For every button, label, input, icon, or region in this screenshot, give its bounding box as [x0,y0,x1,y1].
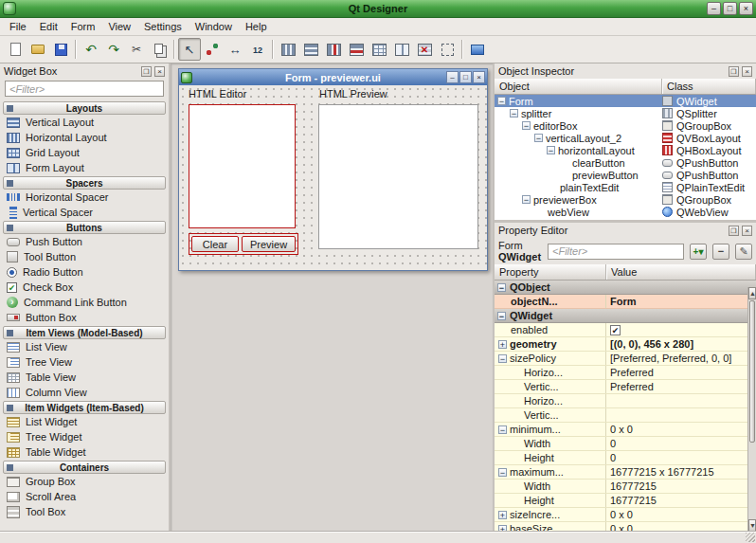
property-row-min-width[interactable]: Width 0 [495,437,756,451]
property-row-geometry[interactable]: geometry [(0, 0), 456 x 280] [495,337,756,352]
redo-icon[interactable] [102,38,125,61]
close-panel-icon[interactable] [742,66,752,77]
property-row-basesize[interactable]: baseSize 0 x 0 [495,522,756,532]
property-row-max-height[interactable]: Height 16777215 [495,494,756,508]
remove-dynamic-property-button[interactable] [712,244,729,260]
scroll-down-icon[interactable] [748,519,756,532]
menu-window[interactable]: Window [189,19,239,34]
widget-item-scroll-area[interactable]: Scroll Area [0,489,169,504]
expander-icon[interactable] [497,312,506,320]
widget-item-tree-view[interactable]: Tree View [0,354,169,370]
widget-item-radio-button[interactable]: Radio Button [0,264,169,280]
expander-icon[interactable] [498,354,507,363]
menu-settings[interactable]: Settings [137,19,189,34]
undo-icon[interactable] [80,38,102,61]
maximize-button[interactable] [723,2,737,15]
property-row-objectname[interactable]: objectN... Form [495,295,756,309]
tree-row-verticallayout2[interactable]: verticalLayout_2 QVBoxLayout [495,132,756,144]
cut-icon[interactable] [125,38,148,61]
form-maximize-button[interactable] [459,71,472,83]
property-row-sizeincrement[interactable]: sizeIncre... 0 x 0 [495,508,756,522]
close-panel-icon[interactable] [154,66,165,77]
preview-icon[interactable] [466,38,489,61]
tree-row-editorbox[interactable]: editorBox QGroupBox [495,119,756,132]
clear-button[interactable]: Clear [191,236,239,252]
configure-property-editor-button[interactable] [735,244,752,260]
form-minimize-button[interactable] [446,71,459,83]
expander-icon[interactable] [534,134,543,142]
widget-item-table-view[interactable]: Table View [0,370,169,385]
property-filter-input[interactable] [548,244,684,260]
property-row-sizepolicy[interactable]: sizePolicy [Preferred, Preferred, 0, 0] [495,352,756,366]
close-button[interactable] [739,2,753,15]
float-panel-icon[interactable] [729,66,739,77]
property-group-qwidget[interactable]: QWidget [495,309,756,323]
layout-grid-icon[interactable] [368,38,390,61]
resize-grip[interactable] [746,533,755,542]
property-row-enabled[interactable]: enabled [495,323,756,337]
column-property[interactable]: Property [495,264,606,280]
tree-row-plaintextedit[interactable]: plainTextEdit QPlainTextEdit [495,181,756,193]
menu-view[interactable]: View [101,19,137,34]
add-dynamic-property-button[interactable] [690,244,707,260]
widget-item-tree-widget[interactable]: Tree Widget [0,429,169,444]
widget-filter-input[interactable] [5,81,164,97]
widget-item-horizontal-spacer[interactable]: Horizontal Spacer [0,190,169,205]
widget-item-grid-layout[interactable]: Grid Layout [0,145,169,160]
widget-item-tool-box[interactable]: Tool Box [0,504,169,519]
widget-item-command-link-button[interactable]: Command Link Button [0,295,169,310]
widget-item-table-widget[interactable]: Table Widget [0,444,169,460]
property-scrollbar[interactable] [747,287,756,532]
widget-item-list-widget[interactable]: List Widget [0,414,169,429]
expander-icon[interactable] [497,283,506,292]
expander-icon[interactable] [510,109,518,118]
expander-icon[interactable] [547,146,555,154]
expander-icon[interactable] [498,425,507,434]
category-item-widgets[interactable]: Item Widgets (Item-Based) [3,401,166,414]
plain-text-edit[interactable] [189,104,296,228]
menu-form[interactable]: Form [64,19,102,34]
property-row-horizontal-stretch[interactable]: Horizo... [495,394,756,408]
web-view[interactable] [318,104,478,249]
widget-item-form-layout[interactable]: Form Layout [0,160,169,175]
form-canvas[interactable]: HTML Editor HTML Preview Clear Preview [179,85,487,270]
category-layouts[interactable]: Layouts [3,101,166,115]
layout-horizontal-splitter-icon[interactable] [322,38,345,61]
category-spacers[interactable]: Spacers [3,176,166,190]
enabled-checkbox[interactable] [610,325,621,335]
layout-vertical-splitter-icon[interactable] [345,38,368,61]
layout-horizontally-icon[interactable] [277,38,299,61]
close-panel-icon[interactable] [742,226,752,236]
open-form-icon[interactable] [27,38,49,61]
form-window-titlebar[interactable]: Form - previewer.ui [179,69,487,85]
edit-tab-order-icon[interactable] [246,38,269,61]
copy-icon[interactable] [148,38,171,61]
tree-row-clearbutton[interactable]: clearButton QPushButton [495,156,756,169]
expander-icon[interactable] [522,121,531,130]
preview-button[interactable]: Preview [242,236,296,252]
property-row-minimumsize[interactable]: minimum... 0 x 0 [495,423,756,437]
save-form-icon[interactable] [49,38,72,61]
float-panel-icon[interactable] [729,226,739,236]
minimize-button[interactable] [707,2,721,15]
column-object[interactable]: Object [495,79,662,94]
expander-icon[interactable] [498,468,507,477]
break-layout-icon[interactable] [413,38,436,61]
widget-item-vertical-layout[interactable]: Vertical Layout [0,115,169,130]
form-window[interactable]: Form - previewer.ui HTML Editor HTML Pre… [178,68,488,271]
menu-file[interactable]: File [3,19,33,34]
edit-signals-slots-icon[interactable] [201,38,224,61]
expander-icon[interactable] [497,97,506,105]
menu-help[interactable]: Help [239,19,274,34]
edit-widgets-icon[interactable] [178,38,201,61]
tree-row-previewerbox[interactable]: previewerBox QGroupBox [495,193,756,206]
column-value[interactable]: Value [606,264,756,280]
layout-vertically-icon[interactable] [299,38,322,61]
widget-item-horizontal-layout[interactable]: Horizontal Layout [0,130,169,145]
tree-row-form[interactable]: Form QWidget [495,95,756,107]
tree-row-horizontallayout[interactable]: horizontalLayout QHBoxLayout [495,144,756,156]
widget-item-push-button[interactable]: Push Button [0,234,169,249]
property-group-qobject[interactable]: QObject [495,281,756,295]
property-row-maximumsize[interactable]: maximum... 16777215 x 16777215 [495,465,756,480]
widget-item-column-view[interactable]: Column View [0,385,169,400]
